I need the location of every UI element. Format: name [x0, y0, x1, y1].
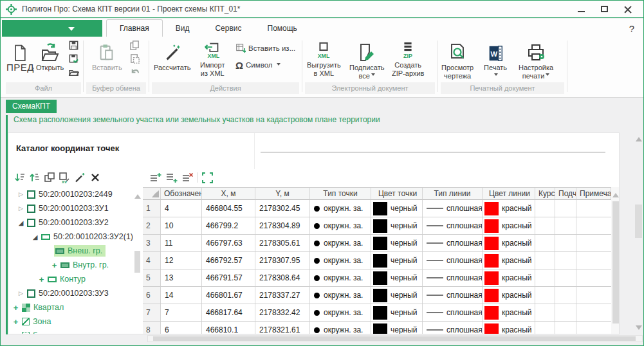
- row-number-cell[interactable]: 7: [143, 304, 161, 321]
- italic-cell[interactable]: [535, 200, 555, 217]
- designation-cell[interactable]: 6: [161, 322, 202, 334]
- point-color-cell[interactable]: черный: [371, 322, 423, 334]
- underline-cell[interactable]: [555, 269, 576, 286]
- header-y[interactable]: Y, м: [255, 188, 310, 200]
- undo-button[interactable]: [129, 66, 140, 78]
- minimize-button[interactable]: [574, 3, 588, 15]
- line-color-cell[interactable]: красный: [483, 287, 535, 304]
- designation-cell[interactable]: 4: [161, 200, 202, 217]
- schema-kpt-badge[interactable]: СхемаКПТ: [6, 100, 57, 113]
- table-row[interactable]: 4 12 466792.57 2178307.95 окружн. за. че…: [143, 252, 611, 269]
- line-color-cell[interactable]: красный: [483, 322, 535, 334]
- x-cell[interactable]: 466799.2: [202, 217, 255, 234]
- point-type-cell[interactable]: окружн. за.: [310, 287, 371, 304]
- tree-item[interactable]: Зона: [8, 314, 142, 329]
- underline-cell[interactable]: [555, 235, 576, 251]
- point-color-cell[interactable]: черный: [371, 217, 423, 234]
- italic-cell[interactable]: [535, 304, 555, 321]
- scroll-down-icon[interactable]: [636, 325, 642, 333]
- table-row[interactable]: 5 13 466791.57 2178308.64 окружн. за. че…: [143, 269, 611, 287]
- row-number-cell[interactable]: 5: [143, 269, 161, 286]
- note-cell[interactable]: [576, 287, 611, 304]
- expander-icon[interactable]: [11, 331, 21, 335]
- horizontal-scrollbar[interactable]: [147, 335, 643, 342]
- header-point-type[interactable]: Тип точки: [310, 188, 371, 200]
- designation-cell[interactable]: 7: [161, 304, 202, 321]
- table-row[interactable]: 1 4 466804.55 2178302.45 окружн. за. чер…: [143, 200, 611, 217]
- symbol-button[interactable]: Символ: [235, 59, 281, 71]
- point-type-cell[interactable]: окружн. за.: [310, 235, 371, 251]
- sort-ascending-button[interactable]: [28, 171, 41, 184]
- insert-row-below-button[interactable]: [165, 171, 178, 184]
- table-row[interactable]: 2 10 466799.2 2178304.89 окружн. за. чер…: [143, 217, 611, 235]
- tree-item[interactable]: 50:20:0010203:3У2: [8, 215, 142, 230]
- point-type-cell[interactable]: окружн. за.: [310, 217, 371, 234]
- x-cell[interactable]: 466791.57: [202, 269, 255, 286]
- line-type-cell[interactable]: сплошная: [423, 287, 483, 304]
- open-button[interactable]: Открыть: [34, 39, 66, 73]
- tab-glavnaya[interactable]: Главная: [106, 19, 163, 37]
- tab-servis[interactable]: Сервис: [202, 21, 254, 37]
- note-cell[interactable]: [576, 200, 611, 217]
- header-line-color[interactable]: Цвет линии: [483, 188, 535, 200]
- x-cell[interactable]: 466792.57: [202, 252, 255, 269]
- maximize-button[interactable]: [597, 3, 611, 15]
- header-point-color[interactable]: Цвет точки: [371, 188, 423, 200]
- table-row[interactable]: 8 6 466810.1 2178321.61 окружн. за. черн…: [143, 322, 611, 334]
- duplicate-button[interactable]: [43, 171, 56, 184]
- field-underline[interactable]: [261, 152, 605, 152]
- designation-cell[interactable]: 14: [161, 287, 202, 304]
- y-cell[interactable]: 2178302.45: [255, 200, 310, 217]
- y-cell[interactable]: 2178308.64: [255, 269, 310, 286]
- row-number-cell[interactable]: 4: [143, 252, 161, 269]
- y-cell[interactable]: 2178305.61: [255, 235, 310, 251]
- designation-cell[interactable]: 13: [161, 269, 202, 286]
- calculate-button[interactable]: Рассчитать: [152, 39, 192, 73]
- point-type-cell[interactable]: окружн. за.: [310, 200, 371, 217]
- point-type-cell[interactable]: окружн. за.: [310, 252, 371, 269]
- line-type-cell[interactable]: сплошная: [423, 269, 483, 286]
- tree-item[interactable]: Внутр. гр.: [8, 258, 142, 272]
- row-number-cell[interactable]: 2: [143, 217, 161, 234]
- point-color-cell[interactable]: черный: [371, 252, 423, 269]
- insert-row-above-button[interactable]: [149, 171, 161, 184]
- tree-item[interactable]: 50:20:0010203:2449: [8, 187, 142, 201]
- delete-row-button[interactable]: [181, 171, 194, 184]
- row-number-cell[interactable]: 8: [143, 322, 161, 334]
- note-cell[interactable]: [576, 252, 611, 269]
- print-button[interactable]: Печать: [482, 39, 509, 81]
- line-type-cell[interactable]: сплошная: [423, 304, 483, 321]
- y-cell[interactable]: 2178307.95: [255, 252, 310, 269]
- underline-cell[interactable]: [555, 287, 576, 304]
- line-type-cell[interactable]: сплошная: [423, 322, 483, 334]
- sign-all-button[interactable]: Подписатьвсе: [347, 39, 386, 81]
- table-row[interactable]: 6 14 466801.67 2178337.27 окружн. за. че…: [143, 287, 611, 304]
- point-type-cell[interactable]: окружн. за.: [310, 322, 371, 334]
- italic-cell[interactable]: [535, 235, 555, 251]
- y-cell[interactable]: 2178332.42: [255, 304, 310, 321]
- close-button[interactable]: [620, 3, 634, 15]
- note-cell[interactable]: [576, 269, 611, 286]
- page-scrollbar-thumb[interactable]: [635, 205, 642, 238]
- row-number-cell[interactable]: 1: [143, 200, 161, 217]
- expander-icon[interactable]: [16, 191, 26, 197]
- note-cell[interactable]: [576, 217, 611, 234]
- point-color-cell[interactable]: черный: [371, 235, 423, 251]
- tab-pomosch[interactable]: Помощь: [255, 21, 310, 37]
- expander-icon[interactable]: [37, 275, 46, 284]
- insert-from-button[interactable]: Вставить из...: [235, 42, 295, 55]
- point-color-cell[interactable]: черный: [371, 287, 423, 304]
- designation-cell[interactable]: 10: [161, 217, 202, 234]
- tree-scrollbar-thumb[interactable]: [134, 251, 140, 273]
- table-scrollbar[interactable]: [611, 187, 620, 334]
- row-number-cell[interactable]: 3: [143, 235, 161, 251]
- sort-descending-button[interactable]: [14, 171, 26, 184]
- fit-selection-button[interactable]: [201, 171, 214, 184]
- paste-special-button[interactable]: [129, 53, 140, 64]
- tab-vid[interactable]: Вид: [163, 21, 203, 37]
- point-color-cell[interactable]: черный: [371, 304, 423, 321]
- export-xml-button[interactable]: Выгрузитьв XML: [305, 39, 343, 78]
- italic-cell[interactable]: [535, 322, 555, 334]
- save-button[interactable]: [68, 39, 79, 51]
- expander-icon[interactable]: [30, 233, 40, 241]
